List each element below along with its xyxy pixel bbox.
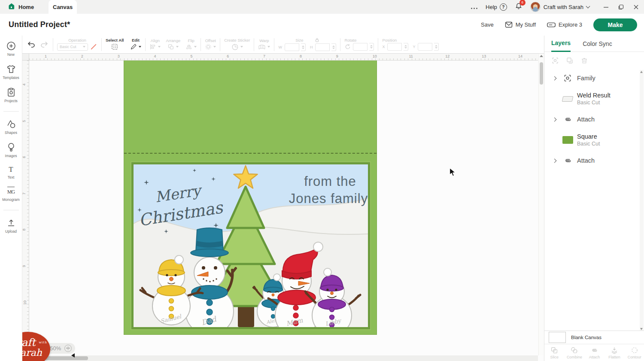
tab-layers[interactable]: Layers [551, 36, 571, 52]
layer-subtitle: Basic Cut [577, 141, 600, 147]
close-button[interactable] [633, 4, 639, 10]
my-stuff-label: My Stuff [516, 21, 536, 28]
height-input[interactable] [315, 43, 330, 51]
mouse-cursor [449, 167, 458, 177]
y-stepper[interactable] [434, 43, 439, 51]
duplicate-button[interactable] [566, 57, 574, 64]
offset-button[interactable]: Offset [205, 39, 216, 51]
width-input[interactable] [285, 43, 299, 51]
sidebar-item-images[interactable]: Images [5, 142, 17, 158]
ruler-number: 4 [154, 54, 156, 58]
card-scene[interactable]: Merry Christmas from the Jones family [134, 164, 368, 327]
sidebar-item-upload[interactable]: Upload [5, 218, 17, 234]
group-button[interactable] [551, 57, 559, 64]
tab-color-sync[interactable]: Color Sync [583, 36, 612, 52]
scroll-up-icon[interactable] [640, 71, 643, 73]
tab-home[interactable]: Home [0, 0, 42, 14]
horizontal-scrollbar[interactable] [29, 355, 538, 361]
canvas-color-swatch[interactable] [549, 332, 566, 343]
panel-tabs: Layers Color Sync [544, 36, 644, 52]
operation-dropdown[interactable]: Basic Cut [57, 43, 88, 51]
notification-badge: 6 [519, 0, 526, 6]
redo-button[interactable] [39, 40, 49, 49]
scroll-up-icon[interactable] [540, 55, 543, 57]
ruler-number: 7 [22, 192, 26, 194]
canvas-area[interactable]: Merry Christmas from the Jones family [22, 54, 544, 361]
scroll-down-icon[interactable] [640, 328, 643, 330]
y-input[interactable] [418, 43, 432, 51]
operation-color-swatch[interactable] [90, 43, 97, 51]
canvas-tab-label: Canvas [53, 4, 73, 10]
sidebar-item-new[interactable]: New [6, 41, 16, 57]
save-button[interactable]: Save [481, 21, 494, 28]
monogram-icon: MG [7, 187, 15, 196]
my-stuff-button[interactable]: My Stuff [505, 21, 536, 28]
select-all-button[interactable]: Select All [106, 38, 124, 51]
arrange-button[interactable]: Arrange [166, 39, 180, 51]
layer-item-attach-1[interactable]: Attach [544, 110, 644, 128]
sidebar-item-templates[interactable]: Templates [3, 64, 19, 80]
height-stepper[interactable] [331, 43, 336, 51]
card-back-panel[interactable] [124, 61, 377, 155]
account-menu[interactable]: Craft with Sarah [530, 2, 589, 12]
question-icon: ? [500, 3, 507, 11]
my-stuff-icon [505, 21, 513, 28]
scroll-left-arrow[interactable] [71, 353, 75, 358]
zoom-in-icon[interactable] [64, 345, 72, 352]
color-sync-tab-label: Color Sync [583, 40, 612, 47]
sidebar-item-label: Images [5, 154, 17, 158]
layer-item-attach-2[interactable]: Attach [544, 152, 644, 170]
layer-item-family[interactable]: Family [544, 69, 644, 87]
sidebar-item-label: Projects [4, 99, 18, 103]
expand-chevron-icon[interactable] [550, 77, 558, 80]
rotate-stepper[interactable] [369, 43, 374, 51]
width-stepper[interactable] [301, 43, 306, 51]
align-button[interactable]: Align [149, 39, 161, 51]
make-button[interactable]: Make [593, 18, 637, 31]
sidebar-item-monogram[interactable]: MG Monogram [2, 187, 20, 202]
undo-button[interactable] [27, 40, 36, 49]
flip-button[interactable]: Flip [185, 39, 197, 51]
left-sidebar: New Templates Projects Shapes Images T T… [0, 36, 22, 361]
edit-menu-button[interactable]: Edit [130, 38, 141, 51]
expand-chevron-icon[interactable] [550, 118, 558, 121]
delete-button[interactable] [580, 57, 588, 64]
ruler-horizontal: 1234567891011121314 [29, 54, 538, 61]
vertical-scroll-thumb[interactable] [540, 62, 543, 85]
card-front-panel[interactable]: Merry Christmas from the Jones family [124, 155, 377, 335]
layer-item-square[interactable]: Square Basic Cut [544, 128, 644, 152]
lock-icon[interactable] [315, 38, 319, 42]
expand-chevron-icon[interactable] [550, 159, 558, 162]
sidebar-item-projects[interactable]: Projects [4, 87, 18, 103]
rotate-input[interactable] [353, 43, 368, 51]
ruler-number: 11 [409, 54, 413, 58]
sidebar-item-label: Upload [5, 229, 17, 234]
layer-item-weld-result[interactable]: Weld Result Basic Cut [544, 87, 644, 110]
shapes-icon [6, 119, 16, 129]
sidebar-item-shapes[interactable]: Shapes [5, 119, 17, 135]
x-stepper[interactable] [404, 43, 408, 51]
create-sticker-button[interactable]: Create Sticker [224, 38, 250, 51]
warp-button[interactable]: Warp [258, 39, 270, 50]
minimize-button[interactable] [603, 4, 609, 10]
notifications-button[interactable]: 6 [515, 2, 522, 12]
machine-select-button[interactable]: Explore 3 [547, 21, 582, 28]
sidebar-item-text[interactable]: T Text [8, 165, 15, 179]
combine-button[interactable]: Combine [565, 344, 585, 361]
help-button[interactable]: Help ? [486, 3, 507, 11]
projects-icon [6, 87, 16, 97]
layer-actions-row [544, 52, 644, 69]
more-menu-icon[interactable] [470, 3, 478, 11]
rotate-icon[interactable] [344, 43, 351, 50]
maximize-button[interactable] [618, 4, 624, 10]
contour-button[interactable]: Contour [624, 344, 644, 361]
flatten-button[interactable]: Flatten [605, 344, 625, 361]
blank-canvas-row[interactable]: Blank Canvas [544, 331, 644, 344]
slice-label: Slice [550, 355, 559, 359]
attach-button[interactable]: Attach [584, 344, 605, 361]
vertical-scrollbar[interactable] [538, 54, 544, 355]
x-input[interactable] [387, 43, 402, 51]
panel-scrollbar[interactable] [640, 70, 644, 331]
slice-button[interactable]: Slice [544, 344, 565, 361]
tab-canvas[interactable]: Canvas [49, 0, 77, 14]
